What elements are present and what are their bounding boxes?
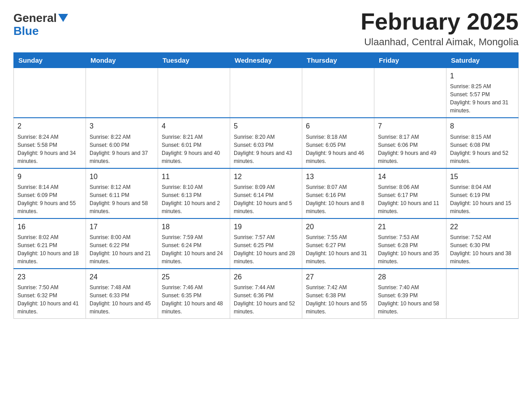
col-thursday: Thursday	[302, 53, 374, 68]
calendar-cell-w3-d1: 9Sunrise: 8:14 AMSunset: 6:09 PMDaylight…	[14, 168, 86, 218]
calendar-cell-w4-d1: 16Sunrise: 8:02 AMSunset: 6:21 PMDayligh…	[14, 218, 86, 269]
day-number: 25	[162, 272, 226, 282]
calendar-cell-w3-d3: 11Sunrise: 8:10 AMSunset: 6:13 PMDayligh…	[158, 168, 230, 218]
day-number: 26	[234, 272, 298, 282]
calendar-cell-w1-d7: 1Sunrise: 8:25 AMSunset: 5:57 PMDaylight…	[446, 68, 519, 118]
day-info: Sunrise: 8:20 AMSunset: 6:03 PMDaylight:…	[234, 133, 298, 165]
calendar-header-row: Sunday Monday Tuesday Wednesday Thursday…	[14, 53, 519, 68]
logo-general-text: General	[13, 11, 57, 25]
day-info: Sunrise: 8:02 AMSunset: 6:21 PMDaylight:…	[17, 233, 82, 265]
calendar-cell-w1-d4	[230, 68, 302, 118]
day-number: 23	[17, 272, 82, 282]
day-number: 8	[450, 121, 515, 131]
day-info: Sunrise: 7:57 AMSunset: 6:25 PMDaylight:…	[234, 233, 298, 265]
day-info: Sunrise: 8:22 AMSunset: 6:00 PMDaylight:…	[90, 133, 154, 165]
day-info: Sunrise: 8:07 AMSunset: 6:16 PMDaylight:…	[306, 183, 370, 215]
day-number: 1	[450, 71, 515, 81]
day-info: Sunrise: 8:18 AMSunset: 6:05 PMDaylight:…	[306, 133, 370, 165]
col-friday: Friday	[374, 53, 446, 68]
day-number: 6	[306, 121, 370, 131]
calendar-cell-w1-d3	[158, 68, 230, 118]
calendar-week-4: 16Sunrise: 8:02 AMSunset: 6:21 PMDayligh…	[14, 218, 519, 269]
calendar-cell-w1-d5	[302, 68, 374, 118]
calendar-week-1: 1Sunrise: 8:25 AMSunset: 5:57 PMDaylight…	[14, 68, 519, 118]
day-number: 9	[17, 171, 82, 182]
day-info: Sunrise: 7:42 AMSunset: 6:38 PMDaylight:…	[306, 283, 370, 316]
day-number: 4	[162, 121, 226, 131]
calendar-cell-w2-d7: 8Sunrise: 8:15 AMSunset: 6:08 PMDaylight…	[446, 118, 519, 168]
calendar-cell-w4-d4: 19Sunrise: 7:57 AMSunset: 6:25 PMDayligh…	[230, 218, 302, 269]
calendar-cell-w3-d5: 13Sunrise: 8:07 AMSunset: 6:16 PMDayligh…	[302, 168, 374, 218]
day-number: 13	[306, 171, 370, 182]
day-info: Sunrise: 8:12 AMSunset: 6:11 PMDaylight:…	[90, 183, 154, 215]
logo-blue-text: Blue	[13, 25, 39, 37]
title-section: February 2025 Ulaanhad, Central Aimak, M…	[360, 9, 519, 48]
calendar-week-5: 23Sunrise: 7:50 AMSunset: 6:32 PMDayligh…	[14, 269, 519, 319]
day-info: Sunrise: 7:44 AMSunset: 6:36 PMDaylight:…	[234, 283, 298, 316]
day-number: 11	[162, 171, 226, 182]
logo: General Blue	[13, 9, 68, 37]
day-info: Sunrise: 7:50 AMSunset: 6:32 PMDaylight:…	[17, 283, 82, 316]
calendar-cell-w5-d1: 23Sunrise: 7:50 AMSunset: 6:32 PMDayligh…	[14, 269, 86, 319]
day-number: 18	[162, 222, 226, 232]
calendar-table: Sunday Monday Tuesday Wednesday Thursday…	[13, 52, 519, 319]
calendar-cell-w4-d5: 20Sunrise: 7:55 AMSunset: 6:27 PMDayligh…	[302, 218, 374, 269]
day-number: 15	[450, 171, 515, 182]
calendar-cell-w1-d6	[374, 68, 446, 118]
col-tuesday: Tuesday	[158, 53, 230, 68]
day-number: 12	[234, 171, 298, 182]
calendar-cell-w2-d3: 4Sunrise: 8:21 AMSunset: 6:01 PMDaylight…	[158, 118, 230, 168]
calendar-cell-w4-d6: 21Sunrise: 7:53 AMSunset: 6:28 PMDayligh…	[374, 218, 446, 269]
calendar-cell-w4-d7: 22Sunrise: 7:52 AMSunset: 6:30 PMDayligh…	[446, 218, 519, 269]
col-wednesday: Wednesday	[230, 53, 302, 68]
svg-marker-0	[58, 14, 68, 22]
calendar-cell-w2-d4: 5Sunrise: 8:20 AMSunset: 6:03 PMDaylight…	[230, 118, 302, 168]
day-number: 20	[306, 222, 370, 232]
day-number: 3	[90, 121, 154, 131]
day-number: 16	[17, 222, 82, 232]
day-info: Sunrise: 8:14 AMSunset: 6:09 PMDaylight:…	[17, 183, 82, 215]
day-info: Sunrise: 8:09 AMSunset: 6:14 PMDaylight:…	[234, 183, 298, 215]
day-number: 22	[450, 222, 515, 232]
day-info: Sunrise: 8:24 AMSunset: 5:58 PMDaylight:…	[17, 133, 82, 165]
calendar-cell-w2-d2: 3Sunrise: 8:22 AMSunset: 6:00 PMDaylight…	[86, 118, 158, 168]
col-sunday: Sunday	[14, 53, 86, 68]
calendar-cell-w4-d2: 17Sunrise: 8:00 AMSunset: 6:22 PMDayligh…	[86, 218, 158, 269]
calendar-cell-w3-d4: 12Sunrise: 8:09 AMSunset: 6:14 PMDayligh…	[230, 168, 302, 218]
calendar-cell-w5-d3: 25Sunrise: 7:46 AMSunset: 6:35 PMDayligh…	[158, 269, 230, 319]
calendar-cell-w3-d7: 15Sunrise: 8:04 AMSunset: 6:19 PMDayligh…	[446, 168, 519, 218]
day-info: Sunrise: 8:21 AMSunset: 6:01 PMDaylight:…	[162, 133, 226, 165]
calendar-cell-w2-d6: 7Sunrise: 8:17 AMSunset: 6:06 PMDaylight…	[374, 118, 446, 168]
calendar-cell-w5-d5: 27Sunrise: 7:42 AMSunset: 6:38 PMDayligh…	[302, 269, 374, 319]
calendar-cell-w3-d6: 14Sunrise: 8:06 AMSunset: 6:17 PMDayligh…	[374, 168, 446, 218]
page-header: General Blue February 2025 Ulaanhad, Cen…	[13, 9, 519, 48]
day-number: 7	[378, 121, 442, 131]
calendar-cell-w4-d3: 18Sunrise: 7:59 AMSunset: 6:24 PMDayligh…	[158, 218, 230, 269]
calendar-cell-w3-d2: 10Sunrise: 8:12 AMSunset: 6:11 PMDayligh…	[86, 168, 158, 218]
day-info: Sunrise: 8:17 AMSunset: 6:06 PMDaylight:…	[378, 133, 442, 165]
day-info: Sunrise: 8:10 AMSunset: 6:13 PMDaylight:…	[162, 183, 226, 215]
calendar-cell-w5-d6: 28Sunrise: 7:40 AMSunset: 6:39 PMDayligh…	[374, 269, 446, 319]
calendar-cell-w5-d4: 26Sunrise: 7:44 AMSunset: 6:36 PMDayligh…	[230, 269, 302, 319]
location-title: Ulaanhad, Central Aimak, Mongolia	[360, 36, 519, 48]
col-monday: Monday	[86, 53, 158, 68]
calendar-cell-w1-d2	[86, 68, 158, 118]
day-info: Sunrise: 8:06 AMSunset: 6:17 PMDaylight:…	[378, 183, 442, 215]
day-info: Sunrise: 7:53 AMSunset: 6:28 PMDaylight:…	[378, 233, 442, 265]
day-number: 14	[378, 171, 442, 182]
day-info: Sunrise: 8:15 AMSunset: 6:08 PMDaylight:…	[450, 133, 515, 165]
day-number: 10	[90, 171, 154, 182]
logo-arrow-icon	[58, 14, 68, 24]
day-info: Sunrise: 7:48 AMSunset: 6:33 PMDaylight:…	[90, 283, 154, 316]
day-info: Sunrise: 7:55 AMSunset: 6:27 PMDaylight:…	[306, 233, 370, 265]
day-info: Sunrise: 7:46 AMSunset: 6:35 PMDaylight:…	[162, 283, 226, 316]
month-title: February 2025	[360, 9, 519, 34]
day-info: Sunrise: 8:04 AMSunset: 6:19 PMDaylight:…	[450, 183, 515, 215]
day-number: 28	[378, 272, 442, 282]
day-number: 24	[90, 272, 154, 282]
day-info: Sunrise: 8:25 AMSunset: 5:57 PMDaylight:…	[450, 82, 515, 115]
day-info: Sunrise: 7:52 AMSunset: 6:30 PMDaylight:…	[450, 233, 515, 265]
calendar-cell-w5-d7	[446, 269, 519, 319]
day-info: Sunrise: 7:59 AMSunset: 6:24 PMDaylight:…	[162, 233, 226, 265]
day-number: 19	[234, 222, 298, 232]
